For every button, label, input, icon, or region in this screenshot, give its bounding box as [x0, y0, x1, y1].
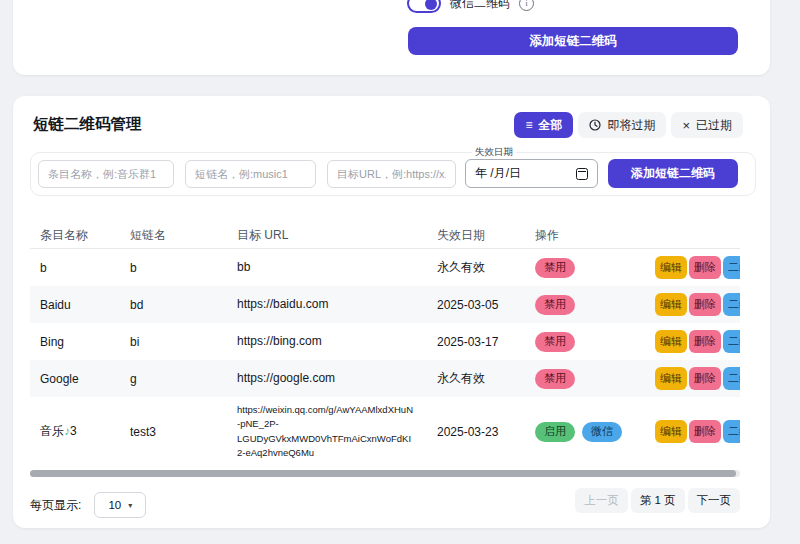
expiry-date-label: 失效日期	[472, 146, 516, 159]
status-badge[interactable]: 禁用	[535, 295, 575, 315]
cell-slug: bi	[130, 335, 237, 349]
wechat-toggle-row: 微信二维码 i	[407, 0, 534, 13]
slug-input[interactable]	[185, 160, 316, 188]
cell-target-url: https://google.com	[237, 365, 437, 393]
wechat-toggle[interactable]	[407, 0, 441, 13]
info-icon[interactable]: i	[519, 0, 534, 11]
tab-all[interactable]: ≡ 全部	[514, 112, 573, 138]
edit-button[interactable]: 编辑	[655, 420, 687, 443]
header-target-url: 目标 URL	[237, 223, 437, 249]
cell-actions: 编辑删除二维码	[655, 330, 740, 353]
cell-entry-name: Baidu	[30, 298, 130, 312]
cell-status: 禁用	[535, 258, 655, 278]
scrollbar-thumb[interactable]	[30, 470, 736, 477]
close-icon: ×	[682, 119, 690, 132]
cell-actions: 编辑删除二维码	[655, 293, 740, 316]
status-badge[interactable]: 禁用	[535, 369, 575, 389]
cell-expiry: 2025-03-05	[437, 298, 535, 312]
cell-slug: g	[130, 372, 237, 386]
cell-slug: bd	[130, 298, 237, 312]
cell-target-url: https://bing.com	[237, 328, 437, 356]
status-badge[interactable]: 启用	[535, 422, 575, 442]
cell-expiry: 2025-03-23	[437, 425, 535, 439]
cell-entry-name: 音乐♪3	[30, 423, 130, 440]
cell-status: 禁用	[535, 332, 655, 352]
delete-button[interactable]: 删除	[689, 256, 721, 279]
table-row: 音乐♪3 test3 https://weixin.qq.com/g/AwYAA…	[30, 397, 740, 466]
table-row: b b bb 永久有效 禁用 编辑删除二维码	[30, 249, 740, 286]
cell-entry-name: b	[30, 261, 130, 275]
page-size-select[interactable]: 10 ▾	[94, 492, 146, 518]
edit-button[interactable]: 编辑	[655, 367, 687, 390]
filter-tabs: ≡ 全部 即将过期 × 已过期	[514, 112, 743, 138]
edit-button[interactable]: 编辑	[655, 293, 687, 316]
prev-page-button[interactable]: 上一页	[575, 488, 628, 513]
calendar-icon[interactable]	[576, 168, 588, 180]
header-entry-name: 条目名称	[30, 227, 130, 244]
cell-status: 启用微信	[535, 422, 655, 442]
cell-expiry: 2025-03-17	[437, 335, 535, 349]
current-page-indicator: 第 1 页	[631, 488, 685, 513]
clock-icon	[589, 119, 601, 131]
tab-expired[interactable]: × 已过期	[671, 112, 743, 138]
shortlink-table: 条目名称 短链名 目标 URL 失效日期 操作 b b bb 永久有效 禁用 编…	[30, 223, 740, 466]
add-shortlink-qrcode-button[interactable]: 添加短链二维码	[408, 27, 738, 55]
status-badge[interactable]: 禁用	[535, 332, 575, 352]
pagination: 上一页 第 1 页 下一页	[575, 488, 740, 513]
expiry-date-value: 年 /月/日	[475, 165, 521, 182]
tab-expiring[interactable]: 即将过期	[578, 112, 666, 138]
toggle-knob-icon	[425, 0, 437, 10]
edit-button[interactable]: 编辑	[655, 256, 687, 279]
cell-actions: 编辑删除二维码	[655, 420, 740, 443]
page-size-label: 每页显示:	[30, 497, 81, 514]
cell-slug: test3	[130, 425, 237, 439]
cell-actions: 编辑删除二维码	[655, 367, 740, 390]
cell-expiry: 永久有效	[437, 259, 535, 276]
expiry-date-input[interactable]: 年 /月/日	[465, 159, 598, 188]
cell-slug: b	[130, 261, 237, 275]
header-actions: 操作	[535, 227, 655, 244]
table-row: Google g https://google.com 永久有效 禁用 编辑删除…	[30, 360, 740, 397]
delete-button[interactable]: 删除	[689, 367, 721, 390]
status-badge[interactable]: 禁用	[535, 258, 575, 278]
next-page-button[interactable]: 下一页	[688, 488, 741, 513]
entry-name-input[interactable]	[38, 160, 174, 188]
table-row: Bing bi https://bing.com 2025-03-17 禁用 编…	[30, 323, 740, 360]
shortlink-manager-card: 短链二维码管理 ≡ 全部 即将过期 × 已过期 失效日期 年 /月/日 添加短链…	[13, 96, 770, 528]
table-row: Baidu bd https://baidu.com 2025-03-05 禁用…	[30, 286, 740, 323]
delete-button[interactable]: 删除	[689, 293, 721, 316]
header-expiry: 失效日期	[437, 227, 535, 244]
add-shortlink-qrcode-button[interactable]: 添加短链二维码	[608, 159, 738, 188]
cell-target-url: https://weixin.qq.com/g/AwYAAMlxdXHuN-pN…	[237, 397, 437, 466]
qrcode-button[interactable]: 二维码	[723, 293, 740, 316]
table-header-row: 条目名称 短链名 目标 URL 失效日期 操作	[30, 223, 740, 249]
cell-target-url: https://baidu.com	[237, 291, 437, 319]
delete-button[interactable]: 删除	[689, 330, 721, 353]
cell-expiry: 永久有效	[437, 370, 535, 387]
chevron-down-icon: ▾	[128, 501, 132, 510]
music-note-icon: ♪	[64, 424, 70, 438]
list-icon: ≡	[525, 119, 532, 131]
cell-entry-name: Google	[30, 372, 130, 386]
header-slug: 短链名	[130, 227, 237, 244]
delete-button[interactable]: 删除	[689, 420, 721, 443]
edit-button[interactable]: 编辑	[655, 330, 687, 353]
status-badge[interactable]: 微信	[582, 422, 622, 442]
page-size-control: 每页显示: 10 ▾	[30, 492, 146, 518]
table-body: b b bb 永久有效 禁用 编辑删除二维码 Baidu bd https://…	[30, 249, 740, 466]
cell-actions: 编辑删除二维码	[655, 256, 740, 279]
cell-status: 禁用	[535, 369, 655, 389]
target-url-input[interactable]	[327, 160, 456, 188]
qrcode-button[interactable]: 二维码	[723, 330, 740, 353]
qrcode-button[interactable]: 二维码	[723, 367, 740, 390]
qrcode-button[interactable]: 二维码	[723, 256, 740, 279]
page-title: 短链二维码管理	[33, 114, 142, 135]
cell-entry-name: Bing	[30, 335, 130, 349]
qrcode-button[interactable]: 二维码	[723, 420, 740, 443]
cell-status: 禁用	[535, 295, 655, 315]
add-qrcode-form-card: 微信二维码 i 添加短链二维码	[13, 0, 770, 75]
wechat-toggle-label: 微信二维码	[450, 0, 510, 12]
horizontal-scrollbar[interactable]	[30, 470, 740, 477]
cell-target-url: bb	[237, 254, 437, 282]
